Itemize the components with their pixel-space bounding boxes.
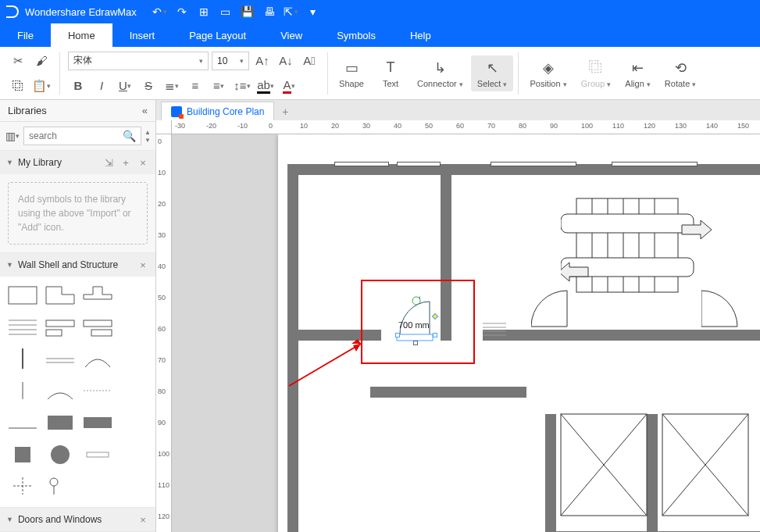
close-section-button[interactable]: × [137,514,149,526]
library-menu-button[interactable]: ▥▾ [5,128,20,144]
shape-thumb[interactable] [6,473,39,498]
shape-thumb[interactable] [81,378,114,403]
font-size-select[interactable]: 10 ▾ [212,52,249,70]
redo-button[interactable]: ↷ [174,4,190,20]
door-arc[interactable] [531,287,570,330]
underline-button[interactable]: U▾ [115,76,135,96]
decrease-font-button[interactable]: A↓ [276,51,296,71]
shape-thumb[interactable] [6,315,39,340]
print-button[interactable]: 🖶 [262,4,277,20]
menu-file[interactable]: File [0,23,51,47]
menu-help[interactable]: Help [393,23,448,47]
group-tool[interactable]: ⿻ Group ▾ [575,55,618,91]
menu-symbols[interactable]: Symbols [319,23,393,47]
shape-thumb[interactable] [6,410,39,435]
library-search[interactable]: 🔍 [23,127,141,145]
close-section-button[interactable]: × [137,157,149,169]
section-my-library[interactable]: ▼ My Library ⇲ + × [0,151,155,174]
search-icon[interactable]: 🔍 [123,130,136,142]
libraries-sidebar: Libraries « ▥▾ 🔍 ▲▼ ▼ My Library ⇲ + × A… [0,100,156,532]
export-button[interactable]: ⇱▾ [284,4,299,20]
shape-thumb[interactable] [6,378,39,403]
strike-button[interactable]: S [138,76,159,96]
shape-thumb[interactable] [44,410,77,435]
menu-bar: File Home Insert Page Layout View Symbol… [0,23,760,47]
svg-rect-17 [15,447,30,462]
svg-rect-19 [87,452,109,457]
open-button[interactable]: ▭ [218,4,234,20]
shape-thumb[interactable] [81,315,114,340]
align-left-button[interactable]: ≡ [185,76,205,96]
more-qat-button[interactable]: ▾ [305,4,321,20]
bold-button[interactable]: B [68,76,88,96]
align-tool[interactable]: ⇤ Align ▾ [619,55,657,91]
svg-rect-31 [561,214,694,233]
paste-button[interactable]: 📋▾ [31,76,52,96]
shape-thumb[interactable] [81,410,114,435]
shape-tool[interactable]: ▭ Shape [333,55,370,91]
font-size-value: 10 [217,55,227,66]
font-name-select[interactable]: 宋体 ▾ [68,52,209,70]
shape-thumb[interactable] [44,473,77,498]
text-highlight-button[interactable]: ab▾ [255,76,276,96]
search-nav[interactable]: ▲▼ [145,129,151,144]
section-doors-windows[interactable]: ▼ Doors and Windows × [0,508,155,531]
document-tab[interactable]: Building Core Plan [161,102,274,120]
font-color-button[interactable]: A▾ [279,76,299,96]
align-center-button[interactable]: ≡▾ [209,76,229,96]
sidebar-title: Libraries [8,105,47,116]
shape-thumb[interactable] [6,283,39,308]
shape-thumb[interactable] [6,442,39,467]
shape-thumb[interactable] [81,346,114,371]
svg-rect-5 [46,320,74,327]
shape-thumb[interactable] [44,378,77,403]
search-input[interactable] [29,130,99,141]
svg-line-44 [289,344,361,386]
elevator-cabs[interactable] [556,411,759,528]
text-tool[interactable]: T Text [372,55,409,91]
menu-insert[interactable]: Insert [112,23,173,47]
rotate-tool[interactable]: ⟲ Rotate ▾ [658,55,702,91]
new-button[interactable]: ⊞ [196,4,212,20]
import-button[interactable]: ⇲ [102,157,115,169]
shape-thumb[interactable] [6,346,39,371]
stairs[interactable] [483,320,506,341]
format-painter-button[interactable]: 🖌 [31,51,52,71]
shape-thumb[interactable] [81,442,114,467]
highlight-box [361,280,475,364]
position-tool[interactable]: ◈ Position ▾ [523,55,573,91]
page[interactable]: 700 mm [278,134,760,532]
canvas-viewport[interactable]: 700 mm [172,134,760,532]
shape-thumb[interactable] [44,283,77,308]
connector-icon: ↳ [434,59,446,77]
my-library-empty-hint: Add symbols to the library using the abo… [8,182,148,245]
connector-tool[interactable]: ↳ Connector ▾ [411,55,469,91]
section-wall-structure[interactable]: ▼ Wall Shell and Structure × [0,253,155,277]
add-button[interactable]: + [120,157,132,169]
clear-format-button[interactable]: A⃠ [299,51,319,71]
elevator-shape[interactable] [561,187,717,312]
increase-font-button[interactable]: A↑ [252,51,273,71]
save-button[interactable]: 💾 [240,4,255,20]
shape-thumb[interactable] [44,442,77,467]
menu-view[interactable]: View [263,23,319,47]
door-arc[interactable] [701,287,740,330]
position-icon: ◈ [543,59,554,77]
shape-thumb[interactable] [44,346,77,371]
bullets-button[interactable]: ≣▾ [162,76,182,96]
ruler-vertical[interactable]: 0102030405060708090100110120130 [156,134,172,532]
ruler-horizontal[interactable]: -30-20-100102030405060708090100110120130… [172,120,760,134]
shape-thumb[interactable] [44,315,77,340]
copy-button[interactable]: ⿻ [8,76,28,96]
undo-button[interactable]: ↶▾ [152,4,168,20]
close-section-button[interactable]: × [137,259,149,271]
menu-home[interactable]: Home [51,23,112,47]
italic-button[interactable]: I [91,76,112,96]
add-tab-button[interactable]: + [277,105,293,120]
select-tool[interactable]: ↖ Select ▾ [471,55,514,91]
shape-thumb[interactable] [81,283,114,308]
menu-page-layout[interactable]: Page Layout [172,23,263,47]
line-spacing-button[interactable]: ↕≡▾ [232,76,252,96]
sidebar-collapse-button[interactable]: « [142,105,148,116]
cut-button[interactable]: ✂ [8,51,28,71]
